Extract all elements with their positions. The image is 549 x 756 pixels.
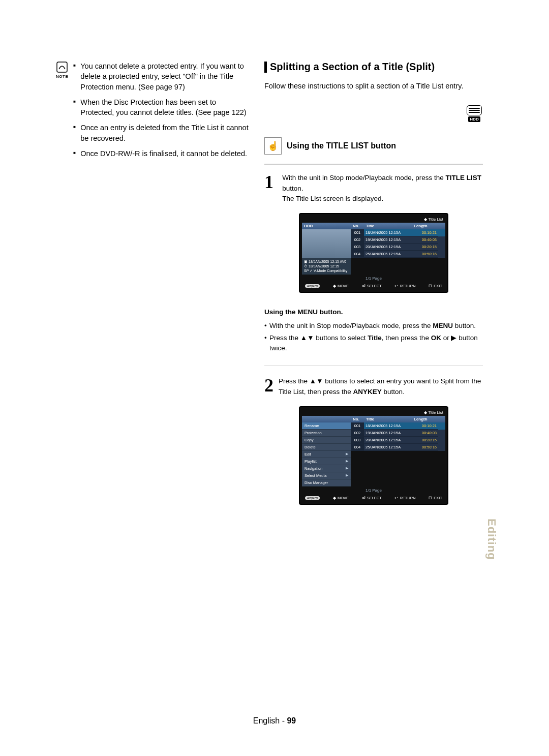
ss-exit: EXIT [434, 496, 442, 500]
divider [264, 164, 483, 165]
ss-header: No. Title Length [302, 416, 445, 422]
ss-select: SELECT [367, 284, 382, 288]
using-menu-item: With the unit in Stop mode/Playback mode… [264, 321, 483, 331]
ss-pager: 1/1 Page [302, 487, 445, 494]
ss-col-no: No. [351, 223, 364, 229]
step-text: With the unit in Stop mode/Playback mode… [282, 174, 445, 182]
ss-return: RETURN [400, 496, 415, 500]
note-icon [56, 61, 68, 73]
anykey-badge: Anykey [305, 496, 320, 500]
context-menu-item: Copy [302, 437, 351, 444]
divider [264, 366, 483, 366]
ss-meta: SP ✓ V-Mode Compatibility [304, 268, 347, 273]
ss-thumbnail [302, 229, 351, 258]
ss-meta: 18/JAN/2005 12:15 [309, 264, 339, 268]
step-2: 2 Press the ▲▼ buttons to select an entr… [264, 376, 483, 397]
ss-exit: EXIT [434, 284, 442, 288]
table-row: 00425/JAN/2005 12:15A00:50:16 [351, 251, 445, 258]
note-item: Once an entry is deleted from the Title … [73, 123, 249, 143]
note-label: NOTE [56, 74, 68, 79]
note-item: When the Disc Protection has been set to… [73, 97, 249, 118]
ss-col-media: HDD [302, 223, 351, 229]
svg-rect-0 [57, 62, 67, 72]
step-text: button. [382, 388, 405, 396]
anykey-badge: Anykey [305, 284, 320, 288]
ss-select: SELECT [367, 496, 382, 500]
title-list-anykey-screenshot: ◆ Title List No. Title Length RenameProt… [299, 406, 448, 505]
table-row: 00219/JAN/2005 12:15A00:40:03 [351, 430, 445, 437]
title-list-screenshot: ◆ Title List HDD No. Title Length ▣ 18/J… [299, 213, 448, 293]
table-row: 00118/JAN/2005 12:15A00:10:21 [351, 229, 445, 236]
section-bar-icon [264, 62, 267, 73]
note-block: NOTE You cannot delete a protected entry… [56, 61, 249, 164]
page-footer: English - 99 [0, 716, 549, 725]
table-row: 00219/JAN/2005 12:15A00:40:03 [351, 236, 445, 244]
ss-meta: 18/JAN/2005 12:15 AV0 [309, 259, 346, 264]
ss-rows: 00118/JAN/2005 12:15A00:10:2100219/JAN/2… [351, 422, 445, 487]
ss-move: MOVE [338, 284, 349, 288]
ss-col-title: Title [364, 416, 412, 422]
ss-col-blank [302, 416, 351, 422]
context-menu-item: Delete [302, 444, 351, 451]
note-item: You cannot delete a protected entry. If … [73, 61, 249, 92]
note-item: Once DVD-RW/-R is finalised, it cannot b… [73, 148, 249, 159]
sub-heading: Using the TITLE LIST button [287, 141, 396, 150]
ss-pager: 1/1 Page [302, 275, 445, 282]
step-text: The Title List screen is displayed. [282, 195, 383, 202]
context-menu-item: Navigation▶ [302, 465, 351, 472]
hand-press-icon: ☝ [264, 137, 282, 155]
step-1: 1 With the unit in Stop mode/Playback mo… [264, 173, 483, 204]
ss-move: MOVE [338, 496, 349, 500]
footer-lang: English [253, 716, 280, 725]
ss-footer: Anykey ◆ MOVE ⏎ SELECT ↩ RETURN ⊡ EXIT [302, 282, 445, 290]
ss-title: Title List [429, 410, 444, 415]
ss-col-length: Length [412, 223, 438, 229]
ss-footer: Anykey ◆ MOVE ⏎ SELECT ↩ RETURN ⊡ EXIT [302, 494, 445, 502]
step-text: button. [282, 185, 303, 192]
section-desc: Follow these instructions to split a sec… [264, 81, 483, 91]
context-menu-item: Protection [302, 430, 351, 437]
ss-col-title: Title [364, 223, 412, 229]
context-menu-item: Disc Manager [302, 479, 351, 487]
table-row: 00320/JAN/2005 12:15A00:20:15 [351, 244, 445, 251]
step-number: 1 [264, 173, 277, 204]
section-title-text: Splitting a Section of a Title (Split) [270, 61, 435, 73]
using-menu-item: Press the ▲▼ buttons to select Title, th… [264, 333, 483, 354]
table-row: 00320/JAN/2005 12:15A00:20:15 [351, 437, 445, 444]
table-row: 00118/JAN/2005 12:15A00:10:21 [351, 422, 445, 430]
note-list: You cannot delete a protected entry. If … [73, 61, 249, 164]
hdd-label: HDD [468, 116, 480, 122]
ss-title: Title List [429, 217, 444, 222]
ss-col-length: Length [412, 416, 438, 422]
step-bold: ANYKEY [353, 388, 382, 396]
ss-return: RETURN [400, 284, 415, 288]
context-menu-item: Rename [302, 422, 351, 430]
step-number: 2 [264, 376, 273, 397]
context-menu-item: Playlist▶ [302, 458, 351, 465]
context-menu-item: Edit▶ [302, 451, 351, 458]
using-menu-block: Using the MENU button. With the unit in … [264, 307, 483, 353]
ss-context-menu: RenameProtectionCopyDeleteEdit▶Playlist▶… [302, 422, 351, 487]
ss-preview: ▣ 18/JAN/2005 12:15 AV0 ⏱ 18/JAN/2005 12… [302, 229, 351, 275]
table-row: 00425/JAN/2005 12:15A00:50:16 [351, 444, 445, 451]
section-title: Splitting a Section of a Title (Split) [264, 61, 483, 73]
using-menu-title: Using the MENU button. [264, 307, 483, 317]
ss-header: HDD No. Title Length [302, 223, 445, 229]
step-bold: TITLE LIST [445, 174, 481, 182]
ss-rows: 00118/JAN/2005 12:15A00:10:2100219/JAN/2… [351, 229, 445, 275]
side-tab: Editing [485, 519, 498, 560]
ss-col-no: No. [351, 416, 364, 422]
footer-page: 99 [287, 716, 296, 725]
hdd-icon: HDD [466, 105, 483, 122]
context-menu-item: Select Media▶ [302, 472, 351, 479]
